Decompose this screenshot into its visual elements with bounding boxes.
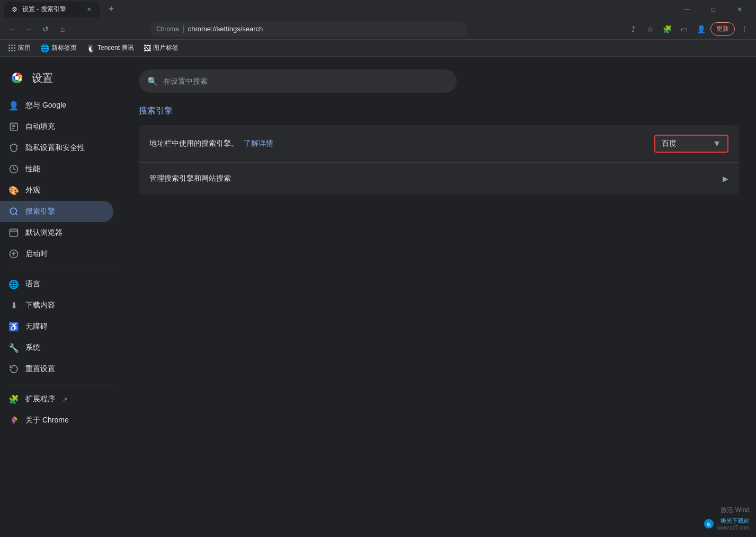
reset-icon <box>8 364 19 374</box>
sidebar-label-browser: 默认浏览器 <box>25 228 63 237</box>
download-icon: ⬇ <box>8 300 19 311</box>
sidebar-item-appearance[interactable]: 🎨 外观 <box>0 180 113 201</box>
svg-text:极: 极 <box>706 522 711 527</box>
bookmark-newtab[interactable]: 🌐 新标签页 <box>36 41 81 55</box>
startup-icon <box>8 249 19 259</box>
account-button[interactable]: 👤 <box>693 22 708 37</box>
reload-button[interactable]: ↺ <box>38 22 53 37</box>
share-button[interactable]: ⤴ <box>626 22 641 37</box>
back-button[interactable]: ← <box>4 22 19 37</box>
sidebar-label-google: 您与 Google <box>25 101 66 110</box>
address-field[interactable]: Chrome chrome://settings/search <box>150 22 468 37</box>
window-controls: — □ ✕ <box>674 0 752 19</box>
maximize-button[interactable]: □ <box>701 0 725 19</box>
bookmark-tencent[interactable]: 🐧 Tencent 腾讯 <box>82 41 138 55</box>
bookmarks-bar: 应用 🌐 新标签页 🐧 Tencent 腾讯 🖼 图片标签 <box>0 40 756 57</box>
tab-close-button[interactable]: ✕ <box>85 5 93 14</box>
newtab-icon: 🌐 <box>40 44 49 52</box>
watermark: 激活 Wind 极 极光下载站 www.xz7.com <box>704 506 750 531</box>
update-button[interactable]: 更新 <box>710 22 735 36</box>
sidebar-item-language[interactable]: 🌐 语言 <box>0 274 113 295</box>
manage-search-label: 管理搜索引擎和网站搜索 <box>149 174 723 183</box>
watermark-logo-icon: 极 <box>704 518 714 529</box>
sidebar-label-downloads: 下载内容 <box>25 301 55 310</box>
home-button[interactable]: ⌂ <box>55 22 70 37</box>
sidebar-label-autofill: 自动填充 <box>25 122 55 131</box>
titlebar: ⚙ 设置 - 搜索引擎 ✕ + — □ ✕ <box>0 0 756 19</box>
settings-card: 地址栏中使用的搜索引擎。 了解详情 百度 ▼ 管理搜索引擎和网站搜索 ▶ <box>139 125 739 195</box>
image-icon: 🖼 <box>144 44 151 52</box>
tencent-label: Tencent 腾讯 <box>97 43 134 52</box>
accessibility-icon: ♿ <box>8 321 19 332</box>
learn-more-link[interactable]: 了解详情 <box>244 139 273 147</box>
settings-search-box[interactable]: 🔍 <box>139 69 457 93</box>
sidebar: 设置 👤 您与 Google 自动填充 <box>0 57 122 537</box>
bookmark-apps[interactable]: 应用 <box>4 41 35 55</box>
search-engine-select[interactable]: 百度 ▼ <box>654 135 728 153</box>
browser-icon <box>8 227 19 238</box>
sidebar-item-privacy[interactable]: 隐私设置和安全性 <box>0 137 113 159</box>
svg-point-9 <box>10 208 16 214</box>
chrome-indicator: Chrome <box>156 25 184 33</box>
extension-button[interactable]: 🧩 <box>660 22 674 37</box>
manage-search-row[interactable]: 管理搜索引擎和网站搜索 ▶ <box>139 163 739 195</box>
search-box-wrap: 🔍 <box>139 69 739 93</box>
person-icon: 👤 <box>8 100 19 111</box>
section-title: 搜索引擎 <box>139 105 739 117</box>
settings-search-input[interactable] <box>163 77 448 85</box>
performance-icon <box>8 164 19 174</box>
sidebar-item-downloads[interactable]: ⬇ 下载内容 <box>0 295 113 316</box>
palette-icon: 🎨 <box>8 185 19 196</box>
dropdown-arrow-icon: ▼ <box>713 139 721 148</box>
watermark-url: www.xz7.com <box>717 525 750 531</box>
sidebar-item-performance[interactable]: 性能 <box>0 159 113 180</box>
active-tab[interactable]: ⚙ 设置 - 搜索引擎 ✕ <box>4 2 100 17</box>
external-link-icon: ↗ <box>63 396 67 403</box>
selected-engine: 百度 <box>662 139 677 148</box>
sidebar-label-startup: 启动时 <box>25 249 48 259</box>
bookmark-button[interactable]: ☆ <box>643 22 657 37</box>
sidebar-header: 设置 <box>0 65 122 95</box>
sidebar-item-extensions[interactable]: 🧩 扩展程序 ↗ <box>0 389 113 410</box>
sidebar-item-google[interactable]: 👤 您与 Google <box>0 95 113 116</box>
sidebar-item-browser[interactable]: 默认浏览器 <box>0 222 113 243</box>
sidebar-label-accessibility: 无障碍 <box>25 322 48 331</box>
main-layout: 设置 👤 您与 Google 自动填充 <box>0 57 756 537</box>
sidebar-label-about: 关于 Chrome <box>25 416 69 425</box>
svg-point-18 <box>12 419 15 422</box>
bookmark-imagetag[interactable]: 🖼 图片标签 <box>139 41 183 55</box>
imagetag-label: 图片标签 <box>153 43 179 52</box>
sidebar-item-accessibility[interactable]: ♿ 无障碍 <box>0 316 113 337</box>
language-icon: 🌐 <box>8 279 19 289</box>
sidebar-label-language: 语言 <box>25 279 40 289</box>
sidebar-item-autofill[interactable]: 自动填充 <box>0 116 113 137</box>
tab-favicon-icon: ⚙ <box>11 6 18 13</box>
newtab-label: 新标签页 <box>51 43 77 52</box>
row-arrow-icon: ▶ <box>723 174 728 183</box>
menu-button[interactable]: ⋮ <box>737 22 752 37</box>
new-tab-button[interactable]: + <box>104 2 119 17</box>
sidebar-label-reset: 重置设置 <box>25 364 55 374</box>
forward-button[interactable]: → <box>21 22 36 37</box>
watermark-brand-name: 极光下载站 <box>717 517 750 525</box>
sidebar-label-system: 系统 <box>25 343 40 353</box>
tab-title: 设置 - 搜索引擎 <box>22 5 66 14</box>
sidebar-item-system[interactable]: 🔧 系统 <box>0 337 113 358</box>
sidebar-item-search[interactable]: 搜索引擎 <box>0 201 113 222</box>
search-engine-dropdown[interactable]: 百度 ▼ <box>654 135 728 153</box>
extensions-icon: 🧩 <box>8 394 19 404</box>
settings-title: 设置 <box>32 71 53 85</box>
apps-grid-icon <box>8 45 16 52</box>
sidebar-item-about[interactable]: 关于 Chrome <box>0 410 113 431</box>
about-icon <box>8 415 19 426</box>
close-button[interactable]: ✕ <box>727 0 752 19</box>
sidebar-button[interactable]: ▭ <box>677 22 691 37</box>
sidebar-label-search: 搜索引擎 <box>25 207 55 216</box>
titlebar-left: ⚙ 设置 - 搜索引擎 ✕ + <box>4 2 119 17</box>
sidebar-item-reset[interactable]: 重置设置 <box>0 358 113 380</box>
default-search-row: 地址栏中使用的搜索引擎。 了解详情 百度 ▼ <box>139 125 739 163</box>
minimize-button[interactable]: — <box>674 0 699 19</box>
sidebar-item-startup[interactable]: 启动时 <box>0 243 113 265</box>
watermark-brand: 极 极光下载站 www.xz7.com <box>704 517 750 531</box>
sidebar-label-appearance: 外观 <box>25 186 40 195</box>
